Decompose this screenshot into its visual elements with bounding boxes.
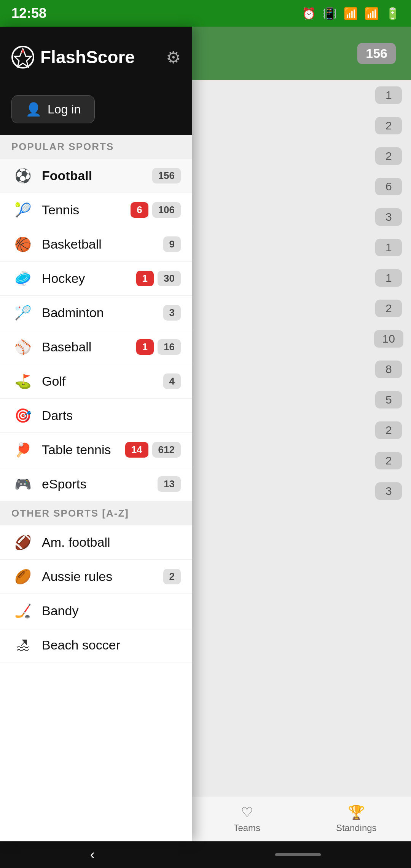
alarm-icon: ⏰ [302, 7, 316, 20]
basketball-icon: 🏀 [11, 236, 34, 252]
sport-name: Bandy [42, 603, 181, 618]
count-badge: 13 [158, 476, 181, 492]
sport-name: Badminton [42, 305, 163, 320]
count-badge: 106 [152, 202, 181, 218]
number-badge: 3 [375, 208, 402, 226]
sport-item-beach-soccer[interactable]: 🏖Beach soccer [0, 628, 192, 662]
hockey-icon: 🥏 [11, 271, 34, 287]
sport-item-tennis[interactable]: 🎾Tennis6106 [0, 193, 192, 227]
number-badge: 5 [375, 391, 402, 408]
badminton-icon: 🏸 [11, 305, 34, 321]
aussie-rules-icon: 🏉 [11, 569, 34, 585]
sport-item-golf[interactable]: ⛳Golf4 [0, 364, 192, 399]
count-badge: 612 [152, 442, 181, 458]
sport-name: Aussie rules [42, 569, 163, 584]
vibrate-icon: 📳 [323, 7, 337, 20]
logo-area: FlashScore [11, 46, 135, 69]
count-badge: 30 [158, 271, 181, 286]
number-badge: 2 [375, 421, 402, 439]
app-title: FlashScore [40, 47, 135, 67]
am.-football-icon: 🏈 [11, 535, 34, 550]
right-number-item: 1 [374, 263, 403, 293]
right-number-item: 2 [374, 141, 403, 171]
sport-name: Beach soccer [42, 638, 181, 653]
sport-item-darts[interactable]: 🎯Darts [0, 399, 192, 433]
sport-name: Football [42, 168, 152, 183]
sport-name: Golf [42, 374, 163, 389]
table-tennis-icon: 🏓 [11, 442, 34, 458]
standings-tab-icon: 🏆 [348, 804, 365, 820]
right-number-item: 2 [374, 415, 403, 445]
golf-icon: ⛳ [11, 373, 34, 389]
sport-name: Hockey [42, 271, 136, 286]
sport-name: Tennis [42, 203, 131, 217]
number-badge: 1 [375, 239, 402, 256]
standings-tab-label: Standings [336, 823, 377, 833]
number-badge: 10 [374, 330, 403, 348]
sport-name: Darts [42, 408, 181, 423]
sport-item-hockey[interactable]: 🥏Hockey130 [0, 262, 192, 296]
esports-icon: 🎮 [11, 476, 34, 492]
sport-item-badminton[interactable]: 🏸Badminton3 [0, 296, 192, 330]
number-badge: 2 [375, 117, 402, 134]
right-number-item: 2 [374, 445, 403, 476]
teams-tab-icon: ♡ [241, 804, 253, 820]
sport-name: Basketball [42, 237, 163, 252]
number-badge: 8 [375, 361, 402, 378]
count-badge: 16 [158, 339, 181, 355]
sport-item-am.-football[interactable]: 🏈Am. football [0, 525, 192, 560]
right-number-item: 6 [374, 171, 403, 202]
count-badge: 156 [152, 168, 181, 183]
live-badge: 1 [136, 339, 154, 355]
sport-item-esports[interactable]: 🎮eSports13 [0, 467, 192, 501]
bandy-icon: 🏒 [11, 603, 34, 619]
bottom-tab-bar: ♡Teams🏆Standings [192, 796, 411, 841]
right-number-item: 1 [374, 232, 403, 263]
number-badge: 6 [375, 178, 402, 195]
login-button[interactable]: 👤 Log in [11, 95, 95, 123]
right-number-item: 10 [374, 324, 403, 354]
tennis-icon: 🎾 [11, 202, 34, 218]
sport-name: Am. football [42, 535, 181, 550]
right-number-list: 122631121085223 [374, 80, 403, 506]
right-number-item: 8 [374, 354, 403, 385]
sport-item-bandy[interactable]: 🏒Bandy [0, 594, 192, 628]
sport-item-basketball[interactable]: 🏀Basketball9 [0, 227, 192, 262]
sport-item-baseball[interactable]: ⚾Baseball116 [0, 330, 192, 364]
right-number-item: 5 [374, 385, 403, 415]
right-number-item: 3 [374, 476, 403, 506]
back-icon[interactable]: ‹ [90, 847, 95, 863]
login-label: Log in [48, 102, 81, 116]
number-badge: 2 [375, 147, 402, 165]
beach-soccer-icon: 🏖 [11, 637, 34, 653]
football-count-badge: 156 [357, 43, 396, 64]
settings-icon[interactable]: ⚙ [166, 48, 181, 67]
navigation-drawer: FlashScore ⚙ 👤 Log in POPULAR SPORTS⚽Foo… [0, 27, 192, 841]
bottom-tab-standings[interactable]: 🏆Standings [302, 796, 411, 841]
bottom-tab-teams[interactable]: ♡Teams [192, 796, 302, 841]
baseball-icon: ⚾ [11, 339, 34, 355]
football-icon: ⚽ [11, 168, 34, 184]
sport-item-table-tennis[interactable]: 🏓Table tennis14612 [0, 433, 192, 467]
teams-tab-label: Teams [233, 823, 260, 833]
user-icon: 👤 [25, 102, 41, 117]
count-badge: 4 [163, 373, 181, 389]
bg-header: 156 [192, 27, 411, 80]
count-badge: 3 [163, 305, 181, 321]
flashscore-logo-icon [11, 46, 34, 69]
wifi-icon: 📶 [344, 7, 358, 20]
count-badge: 9 [163, 236, 181, 252]
sport-item-football[interactable]: ⚽Football156 [0, 159, 192, 193]
sport-name: Baseball [42, 340, 136, 354]
other-sports-header: OTHER SPORTS [A-Z] [0, 501, 192, 525]
status-bar: 12:58 ⏰ 📳 📶 📶 🔋 [0, 0, 411, 27]
sport-name: eSports [42, 477, 158, 491]
sport-name: Table tennis [42, 442, 125, 457]
live-badge: 6 [131, 202, 148, 218]
sport-item-aussie-rules[interactable]: 🏉Aussie rules2 [0, 560, 192, 594]
number-badge: 1 [375, 269, 402, 287]
bottom-navigation: ‹ [0, 841, 411, 868]
number-badge: 2 [375, 452, 402, 469]
right-number-item: 1 [374, 80, 403, 110]
login-area: 👤 Log in [0, 88, 192, 135]
